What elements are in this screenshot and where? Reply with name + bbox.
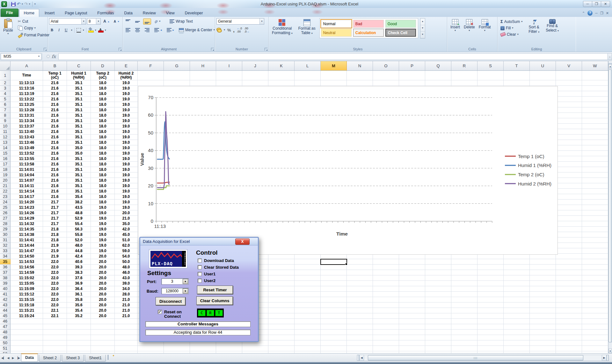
cell[interactable] — [268, 292, 295, 297]
cell[interactable] — [399, 346, 425, 351]
cell[interactable]: 21.0 — [115, 313, 138, 319]
cell[interactable] — [91, 335, 115, 340]
cell[interactable] — [556, 330, 582, 335]
cell[interactable] — [43, 319, 67, 324]
cell[interactable] — [582, 91, 608, 97]
cell[interactable] — [268, 259, 295, 265]
cell[interactable]: Temp 1 (oC) — [43, 71, 67, 80]
cell[interactable] — [530, 302, 556, 308]
cell[interactable] — [530, 346, 556, 351]
cell[interactable]: 38.2 — [67, 200, 91, 205]
cell[interactable] — [556, 292, 582, 297]
workbook-close-icon[interactable]: ✕ — [606, 11, 609, 15]
column-header[interactable]: M — [321, 61, 347, 71]
ribbon-tab-home[interactable]: Home — [19, 9, 39, 17]
cell[interactable] — [477, 319, 504, 324]
fx-icon[interactable]: fx — [52, 54, 56, 59]
conditional-formatting-button[interactable]: ConditionalFormatting ▾ — [270, 18, 295, 36]
cell[interactable]: 19.0 — [115, 162, 138, 167]
cell[interactable]: 11:14:38 — [11, 232, 43, 237]
dialog-launcher-icon[interactable] — [44, 48, 47, 51]
cell[interactable] — [530, 324, 556, 330]
cell[interactable] — [556, 346, 582, 351]
bottom-align-button[interactable] — [143, 18, 151, 25]
cell[interactable] — [295, 259, 321, 265]
cell[interactable] — [556, 232, 582, 237]
cell[interactable] — [399, 259, 425, 265]
cell[interactable]: 54.0 — [115, 254, 138, 259]
cell[interactable] — [582, 80, 608, 86]
font-family-select[interactable]: Arial▾ — [49, 18, 86, 25]
cell[interactable] — [11, 335, 43, 340]
cell[interactable] — [399, 313, 425, 319]
cell[interactable]: 21.9 — [43, 243, 67, 248]
cell[interactable]: 21.0 — [115, 297, 138, 302]
row-header[interactable]: 27 — [0, 216, 11, 221]
row-header[interactable]: 49 — [0, 335, 11, 340]
cell[interactable]: 35.1 — [67, 80, 91, 86]
cell[interactable] — [451, 308, 477, 313]
cell[interactable] — [321, 346, 347, 351]
column-header[interactable]: K — [268, 61, 295, 71]
cell[interactable] — [399, 319, 425, 324]
cell[interactable]: 35.1 — [67, 189, 91, 194]
port-dropdown-icon[interactable]: ▼ — [183, 279, 188, 284]
cell[interactable]: 21.6 — [43, 178, 67, 183]
cell[interactable] — [399, 308, 425, 313]
vertical-split-handle[interactable] — [608, 61, 612, 64]
copy-button[interactable]: Copy▾ — [16, 25, 51, 32]
cell[interactable] — [425, 275, 451, 281]
cell[interactable] — [451, 319, 477, 324]
cell[interactable] — [321, 308, 347, 313]
cell[interactable] — [582, 151, 608, 156]
cell[interactable] — [295, 308, 321, 313]
vertical-scroll-thumb[interactable] — [608, 69, 612, 342]
cell[interactable] — [268, 71, 295, 80]
plx-daq-dialog[interactable]: Data Acquisition for Excel X PLX-DAQ PAR… — [139, 237, 259, 342]
cell[interactable] — [347, 346, 373, 351]
cell[interactable]: 11:14:17 — [11, 194, 43, 200]
row-header[interactable]: 39 — [0, 281, 11, 286]
cell[interactable] — [347, 302, 373, 308]
cell[interactable] — [582, 200, 608, 205]
cell[interactable]: 18.0 — [91, 118, 115, 124]
cell[interactable] — [530, 335, 556, 340]
cell[interactable]: 11:13:49 — [11, 145, 43, 151]
top-align-button[interactable] — [124, 18, 132, 25]
checkbox-unchecked-icon[interactable] — [198, 258, 202, 263]
cell[interactable]: 48.0 — [67, 243, 91, 248]
cell[interactable] — [451, 324, 477, 330]
cell[interactable] — [216, 71, 242, 80]
cell[interactable]: 11:14:50 — [11, 254, 43, 259]
cell[interactable]: 21.8 — [43, 227, 67, 232]
dialog-close-button[interactable]: X — [235, 238, 250, 245]
cell[interactable] — [43, 324, 67, 330]
cell[interactable] — [477, 330, 504, 335]
cell[interactable] — [321, 330, 347, 335]
cell[interactable] — [115, 319, 138, 324]
cell[interactable]: 48.0 — [115, 265, 138, 270]
cell[interactable] — [399, 340, 425, 346]
row-header[interactable]: 8 — [0, 113, 11, 118]
cell[interactable] — [321, 302, 347, 308]
cell[interactable]: 11:14:53 — [11, 259, 43, 265]
cell[interactable] — [556, 86, 582, 91]
cell[interactable] — [530, 313, 556, 319]
cell[interactable] — [425, 80, 451, 86]
cell[interactable] — [399, 324, 425, 330]
cell[interactable]: 18.0 — [91, 183, 115, 189]
sheet-tab-sheet1[interactable]: Sheet1 — [85, 355, 106, 362]
cell[interactable] — [190, 71, 216, 80]
cell[interactable]: 45.0 — [115, 232, 138, 237]
cell[interactable] — [556, 102, 582, 107]
chart[interactable]: 01020304050607011:13ValueTimeTemp 1 (oC)… — [138, 86, 558, 255]
cell[interactable]: 35.1 — [67, 102, 91, 107]
cell[interactable] — [91, 319, 115, 324]
cell[interactable] — [373, 302, 399, 308]
select-all-corner[interactable] — [0, 61, 11, 71]
cell[interactable] — [373, 335, 399, 340]
cell[interactable]: 11:15:09 — [11, 286, 43, 292]
cell[interactable]: 20.0 — [91, 254, 115, 259]
cell[interactable] — [582, 162, 608, 167]
cell[interactable] — [582, 330, 608, 335]
